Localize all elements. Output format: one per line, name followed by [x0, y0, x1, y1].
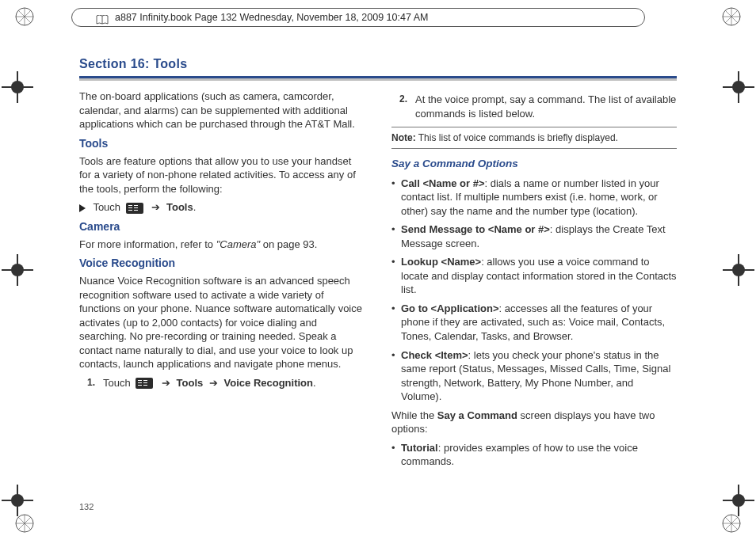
while-paragraph: While the Say a Command screen displays …	[391, 409, 677, 436]
voice-body: Nuance Voice Recognition software is an …	[79, 274, 365, 371]
menu-icon	[126, 203, 143, 214]
crop-mark	[723, 71, 754, 103]
book-icon	[96, 13, 109, 22]
note-body: This list of voice commands is briefly d…	[416, 132, 618, 143]
step-2: 2. At the voice prompt, say a command. T…	[399, 93, 677, 120]
intro-paragraph: The on-board applications (such as camer…	[79, 89, 365, 131]
camera-body: For more information, refer to "Camera" …	[79, 238, 365, 252]
tools-heading: Tools	[79, 136, 365, 151]
title-rule	[79, 76, 677, 78]
crop-mark	[2, 254, 33, 286]
list-item: Check <Item>: lets you check your phone'…	[391, 348, 677, 404]
crop-mark	[2, 485, 33, 516]
tutorial-list: Tutorial: provides examples of how to us…	[391, 441, 677, 469]
step-number: 1.	[87, 376, 95, 390]
page-header: a887 Infinity.book Page 132 Wednesday, N…	[71, 8, 645, 27]
step-number: 2.	[399, 93, 407, 120]
list-item: Lookup <Name>: allows you use a voice co…	[391, 255, 677, 297]
arrow-icon: ➔	[151, 201, 160, 213]
step-1-body: Touch ➔ Tools ➔ Voice Recognition.	[103, 376, 365, 390]
say-command-heading: Say a Command Options	[391, 157, 677, 171]
camera-heading: Camera	[79, 219, 365, 234]
section-title: Section 16: Tools	[79, 57, 677, 71]
crop-mark	[723, 485, 754, 516]
tools-bold: Tools	[166, 201, 193, 213]
right-column: 2. At the voice prompt, say a command. T…	[391, 89, 677, 473]
header-text: a887 Infinity.book Page 132 Wednesday, N…	[115, 9, 428, 26]
step-2-body: At the voice prompt, say a command. The …	[415, 93, 677, 120]
step-1: 1. Touch ➔ Tools ➔ Voice Recognition.	[87, 376, 365, 390]
crop-mark	[723, 254, 754, 286]
list-item: Tutorial: provides examples of how to us…	[391, 441, 677, 469]
left-column: The on-board applications (such as camer…	[79, 89, 365, 473]
page-content: Section 16: Tools The on-board applicati…	[79, 57, 677, 508]
command-options-list: Call <Name or #>: dials a name or number…	[391, 177, 677, 404]
tools-body: Tools are feature options that allow you…	[79, 154, 365, 196]
triangle-bullet-icon	[79, 204, 86, 212]
list-item: Call <Name or #>: dials a name or number…	[391, 177, 677, 219]
voice-recognition-heading: Voice Recognition	[79, 256, 365, 271]
print-registration-mark	[14, 6, 35, 27]
tools-step: Touch ➔ Tools.	[79, 200, 365, 215]
crop-mark	[2, 71, 33, 103]
note-label: Note:	[391, 132, 416, 143]
menu-icon	[136, 378, 153, 389]
touch-label: Touch	[93, 201, 120, 213]
list-item: Send Message to <Name or #>: displays th…	[391, 222, 677, 250]
list-item: Go to <Application>: accesses all the fe…	[391, 302, 677, 344]
camera-reference: "Camera"	[216, 238, 260, 250]
note: Note: This list of voice commands is bri…	[391, 127, 677, 149]
print-registration-mark	[721, 6, 742, 27]
arrow-icon: ➔	[162, 377, 170, 389]
page-number: 132	[79, 502, 94, 511]
arrow-icon: ➔	[209, 377, 218, 389]
